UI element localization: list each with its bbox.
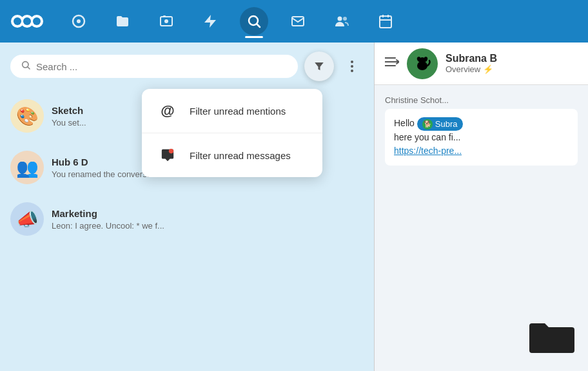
search-icon: [21, 60, 31, 73]
svg-point-23: [351, 61, 353, 63]
nav-calendar-icon[interactable]: [371, 7, 400, 35]
nav-activity-icon[interactable]: [196, 7, 224, 35]
svg-line-13: [257, 24, 260, 28]
main-area: 🎨 Sketch You set... 👥 Hub 6 D You rename…: [0, 43, 588, 371]
folder-area: [375, 306, 588, 371]
svg-point-3: [14, 17, 21, 25]
user-status: Overview ⚡: [446, 64, 578, 74]
nav-files-icon[interactable]: [108, 7, 137, 35]
filter-button[interactable]: [304, 52, 334, 81]
sidebar-toggle-button[interactable]: [385, 57, 399, 70]
nav-contacts-icon[interactable]: [328, 7, 356, 35]
nav-photos-icon[interactable]: [152, 7, 181, 35]
svg-point-25: [351, 70, 353, 72]
conversation-info: Marketing Leon: I agree. Uncool: * we f.…: [52, 208, 364, 231]
message-icon: [157, 145, 178, 166]
right-panel: Subrana B Overview ⚡ Christine Schot... …: [374, 43, 588, 371]
user-info: Subrana B Overview ⚡: [446, 53, 578, 74]
app-logo[interactable]: [10, 10, 44, 32]
svg-point-15: [338, 17, 342, 21]
filter-messages-label: Filter unread messages: [190, 150, 291, 161]
svg-rect-17: [380, 16, 391, 28]
mention-name: Subra: [435, 118, 458, 131]
svg-rect-10: [163, 15, 166, 17]
conversation-name: Marketing: [52, 208, 364, 219]
svg-point-24: [351, 65, 353, 68]
svg-point-9: [164, 19, 168, 23]
user-avatar: [407, 48, 438, 79]
filter-mentions-item[interactable]: @ Filter unread mentions: [142, 89, 322, 133]
filter-mentions-label: Filter unread mentions: [190, 106, 286, 117]
top-navigation: [0, 0, 588, 43]
search-bar[interactable]: [10, 55, 298, 78]
message-greeting: Hello: [394, 118, 417, 128]
avatar: 👥: [10, 151, 44, 184]
filter-messages-item[interactable]: Filter unread messages: [142, 133, 322, 177]
at-icon: @: [157, 100, 178, 121]
mention-tag[interactable]: 🐕 Subra: [417, 117, 463, 131]
nav-dashboard-icon[interactable]: [64, 7, 93, 35]
conversation-preview: Leon: I agree. Uncool: * we f...: [52, 221, 364, 231]
svg-point-4: [23, 17, 31, 25]
search-input[interactable]: [36, 61, 288, 72]
folder-icon: [526, 316, 578, 361]
avatar: 📣: [10, 202, 44, 236]
filter-dropdown: @ Filter unread mentions Filter unread m…: [142, 89, 322, 177]
conversation-item[interactable]: 📣 Marketing Leon: I agree. Uncool: * we …: [0, 193, 374, 245]
avatar: 🎨: [10, 99, 44, 133]
nav-search-icon[interactable]: [240, 7, 268, 35]
nav-mail-icon[interactable]: [284, 7, 312, 35]
mention-avatar: 🐕: [422, 119, 433, 129]
status-text: Overview: [446, 64, 480, 74]
svg-point-5: [33, 17, 41, 25]
svg-point-34: [421, 61, 424, 63]
status-icon: ⚡: [483, 64, 493, 74]
message-area: Christine Schot... Hello 🐕 Subra here yo…: [375, 85, 588, 306]
more-options-button[interactable]: [340, 55, 364, 78]
sidebar-header: [0, 43, 374, 90]
svg-point-16: [343, 17, 347, 21]
message-link[interactable]: https://tech-pre...: [394, 146, 462, 156]
conversation-sidebar: 🎨 Sketch You set... 👥 Hub 6 D You rename…: [0, 43, 374, 371]
svg-point-26: [169, 149, 173, 153]
user-name: Subrana B: [446, 53, 578, 64]
message-sender: Christine Schot...: [385, 95, 578, 105]
svg-line-22: [28, 67, 30, 69]
message-body: here you can fi...: [394, 132, 461, 142]
svg-marker-11: [204, 15, 216, 28]
svg-point-7: [77, 19, 81, 23]
message-bubble: Hello 🐕 Subra here you can fi... https:/…: [385, 109, 578, 166]
right-panel-header: Subrana B Overview ⚡: [375, 43, 588, 85]
